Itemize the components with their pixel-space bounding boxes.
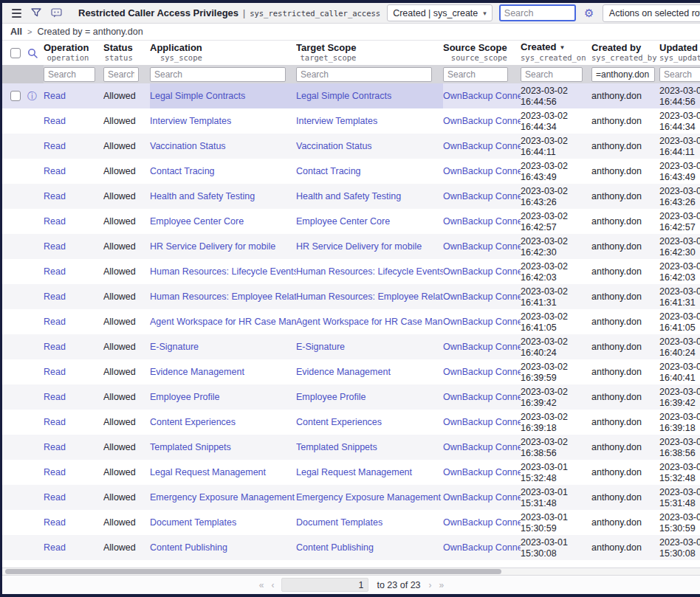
column-header-created-by[interactable]: Created bysys_created_by <box>591 43 659 63</box>
application-link[interactable]: Document Templates <box>150 517 236 528</box>
source-scope-link[interactable]: OwnBackup Connect <box>443 367 521 377</box>
operation-link[interactable]: Read <box>44 291 66 302</box>
gear-icon[interactable]: ⚙ <box>583 7 596 20</box>
filter-target-scope-input[interactable] <box>296 67 432 82</box>
actions-dropdown[interactable]: Actions on selected rows... | x ⌄ <box>603 4 700 22</box>
list-search-input[interactable] <box>499 4 576 21</box>
source-scope-link[interactable]: OwnBackup Connect <box>443 442 521 452</box>
application-link[interactable]: Content Experiences <box>150 417 236 427</box>
application-link[interactable]: Vaccination Status <box>150 141 226 151</box>
application-link[interactable]: Employee Center Core <box>150 216 244 227</box>
source-scope-link[interactable]: OwnBackup Connect <box>443 166 521 176</box>
column-header-operation[interactable]: Operationoperation <box>44 43 103 63</box>
application-link[interactable]: Legal Request Management <box>150 467 266 477</box>
horizontal-scrollbar[interactable] <box>2 567 700 576</box>
target-scope-link[interactable]: Evidence Management <box>296 367 391 377</box>
target-scope-link[interactable]: Human Resources: Lifecycle Events <box>296 266 443 277</box>
operation-link[interactable]: Read <box>44 116 66 126</box>
column-header-updated[interactable]: Updatedsys_updated_on <box>659 43 700 63</box>
target-scope-link[interactable]: Legal Request Management <box>296 467 412 477</box>
source-scope-link[interactable]: OwnBackup Connect <box>443 392 521 402</box>
filter-application-input[interactable] <box>150 67 286 82</box>
target-scope-link[interactable]: Content Publishing <box>296 542 374 553</box>
target-scope-link[interactable]: Agent Workspace for HR Case Management <box>296 317 443 327</box>
target-scope-link[interactable]: Human Resources: Employee Relations <box>296 291 443 302</box>
source-scope-link[interactable]: OwnBackup Connect <box>443 467 521 477</box>
target-scope-link[interactable]: Health and Safety Testing <box>296 191 401 201</box>
source-scope-link[interactable]: OwnBackup Connect <box>443 191 521 201</box>
menu-icon[interactable] <box>10 7 23 20</box>
source-scope-link[interactable]: OwnBackup Connect <box>443 91 521 101</box>
column-header-application[interactable]: Applicationsys_scope <box>150 43 296 63</box>
target-scope-link[interactable]: Templated Snippets <box>296 442 377 452</box>
filter-created-input[interactable] <box>521 67 583 82</box>
source-scope-link[interactable]: OwnBackup Connect <box>443 492 521 503</box>
application-link[interactable]: Interview Templates <box>150 116 231 126</box>
target-scope-link[interactable]: E-Signature <box>296 342 345 352</box>
horizontal-scrollbar-thumb[interactable] <box>5 569 501 574</box>
breadcrumb-filter-condition[interactable]: Created by = anthony.don <box>37 27 143 37</box>
target-scope-link[interactable]: Emergency Exposure Management <box>296 492 441 503</box>
operation-link[interactable]: Read <box>44 442 66 452</box>
target-scope-link[interactable]: Interview Templates <box>296 116 377 126</box>
chat-icon[interactable] <box>49 7 63 20</box>
operation-link[interactable]: Read <box>44 417 66 427</box>
breadcrumb-all[interactable]: All <box>10 27 22 37</box>
filter-created-by-input[interactable] <box>591 67 655 82</box>
operation-link[interactable]: Read <box>44 216 66 227</box>
source-scope-link[interactable]: OwnBackup Connect <box>443 317 521 327</box>
column-header-target-scope[interactable]: Target Scopetarget_scope <box>296 43 443 63</box>
last-page-button[interactable]: » <box>439 580 444 590</box>
target-scope-link[interactable]: Vaccination Status <box>296 141 372 151</box>
target-scope-link[interactable]: Employee Center Core <box>296 216 390 227</box>
previous-page-button[interactable]: ‹ <box>271 580 273 590</box>
filter-updated-input[interactable] <box>659 67 700 82</box>
target-scope-link[interactable]: Legal Simple Contracts <box>296 91 391 101</box>
operation-link[interactable]: Read <box>44 91 66 101</box>
target-scope-link[interactable]: Content Experiences <box>296 417 382 427</box>
operation-link[interactable]: Read <box>44 467 66 477</box>
source-scope-link[interactable]: OwnBackup Connect <box>443 216 521 227</box>
source-scope-link[interactable]: OwnBackup Connect <box>443 116 521 126</box>
operation-link[interactable]: Read <box>44 266 66 277</box>
operation-link[interactable]: Read <box>44 241 66 252</box>
filter-operation-input[interactable] <box>44 67 95 82</box>
application-link[interactable]: Templated Snippets <box>150 442 231 452</box>
search-icon[interactable] <box>27 48 38 58</box>
first-page-button[interactable]: « <box>259 580 264 590</box>
operation-link[interactable]: Read <box>44 367 66 377</box>
operation-link[interactable]: Read <box>44 166 66 176</box>
application-link[interactable]: E-Signature <box>150 342 199 352</box>
application-link[interactable]: Legal Simple Contracts <box>150 91 245 101</box>
application-link[interactable]: Content Publishing <box>150 542 227 553</box>
target-scope-link[interactable]: Document Templates <box>296 517 382 528</box>
operation-link[interactable]: Read <box>44 492 66 503</box>
source-scope-link[interactable]: OwnBackup Connect <box>443 241 521 252</box>
row-checkbox[interactable] <box>10 91 21 101</box>
application-link[interactable]: Employee Profile <box>150 392 220 402</box>
info-icon[interactable]: ⓘ <box>27 92 37 101</box>
source-scope-link[interactable]: OwnBackup Connect <box>443 266 521 277</box>
target-scope-link[interactable]: Employee Profile <box>296 392 366 402</box>
target-scope-link[interactable]: HR Service Delivery for mobile <box>296 241 422 252</box>
column-header-created[interactable]: Created▼sys_created_on <box>521 42 591 63</box>
operation-link[interactable]: Read <box>44 542 66 553</box>
filter-icon[interactable] <box>30 7 43 20</box>
target-scope-link[interactable]: Contact Tracing <box>296 166 361 176</box>
select-all-checkbox[interactable] <box>10 48 21 58</box>
source-scope-link[interactable]: OwnBackup Connect <box>443 291 521 302</box>
operation-link[interactable]: Read <box>44 141 66 151</box>
source-scope-link[interactable]: OwnBackup Connect <box>443 542 521 553</box>
filter-status-input[interactable] <box>103 67 139 82</box>
operation-link[interactable]: Read <box>44 317 66 327</box>
application-link[interactable]: Evidence Management <box>150 367 244 377</box>
application-link[interactable]: Emergency Exposure Management <box>150 492 295 503</box>
column-header-status[interactable]: Statusstatus <box>103 43 150 63</box>
filter-source-scope-input[interactable] <box>443 67 508 82</box>
current-page-input[interactable] <box>281 578 368 592</box>
application-link[interactable]: Health and Safety Testing <box>150 191 255 201</box>
source-scope-link[interactable]: OwnBackup Connect <box>443 342 521 352</box>
application-link[interactable]: Contact Tracing <box>150 166 215 176</box>
source-scope-link[interactable]: OwnBackup Connect <box>443 417 521 427</box>
operation-link[interactable]: Read <box>44 191 66 201</box>
